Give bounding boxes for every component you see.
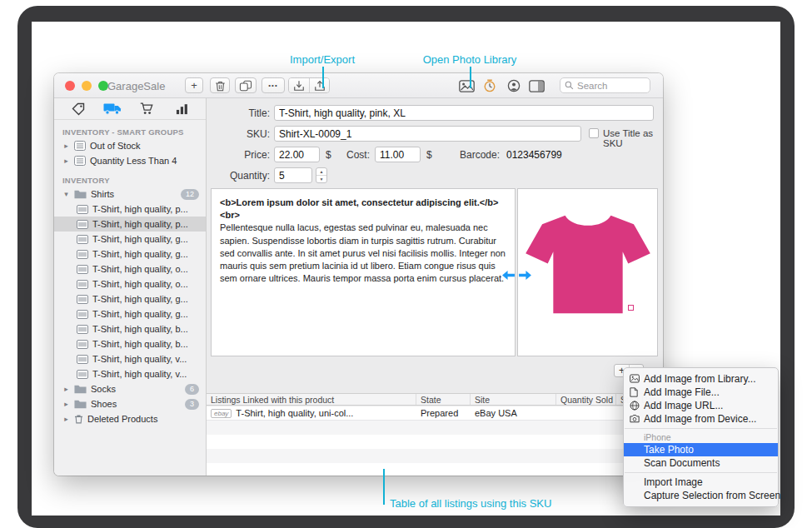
sidebar-item-product[interactable]: T-Shirt, high quality, g... [54, 232, 206, 247]
sidebar-item-product[interactable]: T-Shirt, high quality, b... [54, 336, 206, 351]
use-title-as-sku-checkbox[interactable] [589, 128, 599, 138]
column-header-quantity-sold[interactable]: Quantity Sold [556, 394, 616, 405]
sidebar-item-deleted-products[interactable]: ▸ Deleted Products [54, 411, 206, 426]
product-image-panel[interactable] [517, 188, 658, 356]
tab-inventory-active[interactable] [100, 101, 125, 117]
sidebar-item-product[interactable]: T-Shirt, high quality, v... [54, 351, 206, 366]
sidebar-item-product[interactable]: T-Shirt, high quality, g... [54, 291, 206, 306]
chevron-right-icon[interactable]: ▸ [62, 157, 70, 165]
close-button[interactable] [65, 81, 75, 91]
menu-item-label: Add Image File... [644, 386, 720, 398]
sidebar-item-product[interactable]: T-Shirt, high quality, b... [54, 321, 206, 336]
column-header-product[interactable]: Listings Linked with this product [207, 394, 416, 405]
arrow-right-icon [518, 270, 532, 281]
sku-input[interactable] [274, 126, 581, 142]
trash-icon [74, 414, 83, 424]
description-editor[interactable]: <b>Lorem ipsum dolor sit amet, consectet… [211, 188, 516, 356]
chevron-right-icon[interactable]: ▸ [62, 415, 70, 423]
column-header-state[interactable]: State [416, 394, 471, 405]
menu-section-iphone: iPhone [624, 431, 778, 443]
smart-group-icon [74, 141, 86, 151]
chevron-right-icon[interactable]: ▸ [62, 400, 70, 408]
open-photo-library-button[interactable] [456, 78, 476, 93]
more-actions-button[interactable]: ••• [262, 77, 285, 93]
app-title: GarageSale [107, 80, 165, 92]
delete-button[interactable] [210, 77, 230, 93]
barcode-item-icon [77, 205, 88, 214]
chevron-down-icon[interactable]: ▾ [62, 190, 70, 198]
search-field[interactable] [560, 77, 650, 93]
sidebar-item-product[interactable]: T-Shirt, high quality, g... [54, 306, 206, 321]
export-button[interactable] [309, 78, 329, 92]
annotation-open-photo-library: Open Photo Library [423, 53, 517, 66]
cost-input[interactable] [375, 147, 421, 162]
folder-icon [74, 399, 87, 409]
add-item-button[interactable]: + [185, 77, 203, 93]
menu-item-scan-documents[interactable]: Scan Documents [624, 456, 778, 470]
sidebar-folder-shoes[interactable]: ▸ Shoes 3 [54, 396, 206, 411]
quantity-input[interactable] [274, 167, 312, 183]
chevron-right-icon[interactable]: ▸ [62, 142, 70, 150]
listings-table-header: Listings Linked with this product State … [207, 393, 663, 406]
cart-icon [140, 102, 154, 115]
search-input[interactable] [577, 81, 644, 91]
sidebar-folder-shirts[interactable]: ▾ Shirts 12 [54, 187, 206, 202]
menu-item-label: Scan Documents [644, 457, 720, 469]
title-label: Title: [207, 107, 270, 119]
image-resize-handle[interactable] [628, 305, 634, 311]
garagesale-window: GarageSale + ••• [54, 73, 663, 476]
sidebar-item-product[interactable]: T-Shirt, high quality, o... [54, 276, 206, 291]
main-panel: Title: SKU: Use Title as SKU Price: $ Co… [207, 98, 663, 476]
stepper-up-icon[interactable]: ▲ [316, 168, 326, 176]
tab-tags[interactable] [66, 101, 91, 117]
sidebar-folder-label: Shoes [91, 399, 117, 409]
contacts-button[interactable] [504, 78, 524, 93]
titlebar: GarageSale + ••• [54, 73, 663, 98]
tab-orders[interactable] [135, 101, 160, 117]
minimize-button[interactable] [82, 81, 92, 91]
menu-item-add-url[interactable]: Add Image URL... [624, 399, 778, 412]
toggle-inspector-button[interactable] [526, 78, 546, 93]
listing-row[interactable]: ebay T-Shirt, high quality, uni-col... P… [207, 406, 663, 421]
stepper-down-icon[interactable]: ▼ [316, 176, 326, 182]
title-input[interactable] [274, 105, 654, 121]
sidebar-item-product-selected[interactable]: T-Shirt, high quality, p... [54, 217, 206, 232]
sidebar-item-product[interactable]: T-Shirt, high quality, p... [54, 202, 206, 217]
sidebar-item-product[interactable]: T-Shirt, high quality, v... [54, 366, 206, 381]
sidebar-folder-label: Socks [91, 384, 116, 394]
sidebar-item-label: T-Shirt, high quality, g... [92, 294, 188, 304]
quantity-stepper[interactable]: ▲ ▼ [316, 167, 327, 183]
menu-item-import-image[interactable]: Import Image [624, 476, 778, 489]
column-header-site[interactable]: Site [471, 394, 556, 405]
sidebar-item-label: T-Shirt, high quality, p... [92, 204, 188, 214]
count-badge: 12 [181, 189, 199, 200]
barcode-item-icon [77, 310, 88, 319]
sidebar-folder-socks[interactable]: ▸ Socks 6 [54, 381, 206, 396]
tab-statistics[interactable] [169, 101, 194, 117]
import-button[interactable] [289, 78, 309, 92]
folder-icon [74, 189, 87, 199]
barcode-item-icon [77, 250, 88, 259]
menu-item-take-photo[interactable]: Take Photo [624, 443, 778, 456]
menu-separator [625, 472, 777, 473]
sidebar-item-product[interactable]: T-Shirt, high quality, o... [54, 262, 206, 276]
menu-item-label: Import Image [644, 476, 703, 488]
barcode-item-icon [77, 340, 88, 349]
sidebar-item-label: T-Shirt, high quality, b... [92, 324, 188, 334]
file-icon [630, 387, 638, 397]
listing-site: eBay USA [471, 406, 556, 420]
chevron-right-icon[interactable]: ▸ [62, 385, 70, 393]
scheduler-clock-button[interactable] [480, 78, 500, 93]
listing-state: Prepared [416, 406, 471, 420]
menu-item-capture-selection[interactable]: Capture Selection from Screen [624, 489, 778, 502]
sidebar-item-product[interactable]: T-Shirt, high quality, g... [54, 247, 206, 262]
menu-item-add-file[interactable]: Add Image File... [624, 386, 778, 399]
duplicate-button[interactable] [235, 77, 257, 93]
barcode-item-icon [77, 235, 88, 244]
sidebar-item-out-of-stock[interactable]: ▸ Out of Stock [54, 138, 206, 153]
sidebar-item-quantity-less-than-4[interactable]: ▸ Quantity Less Than 4 [54, 153, 206, 168]
cost-currency-label: $ [426, 149, 432, 161]
count-badge: 3 [185, 399, 199, 410]
menu-item-add-from-library[interactable]: Add Image from Library... [624, 372, 778, 386]
menu-item-add-from-device[interactable]: Add Image from Device... [624, 412, 778, 426]
